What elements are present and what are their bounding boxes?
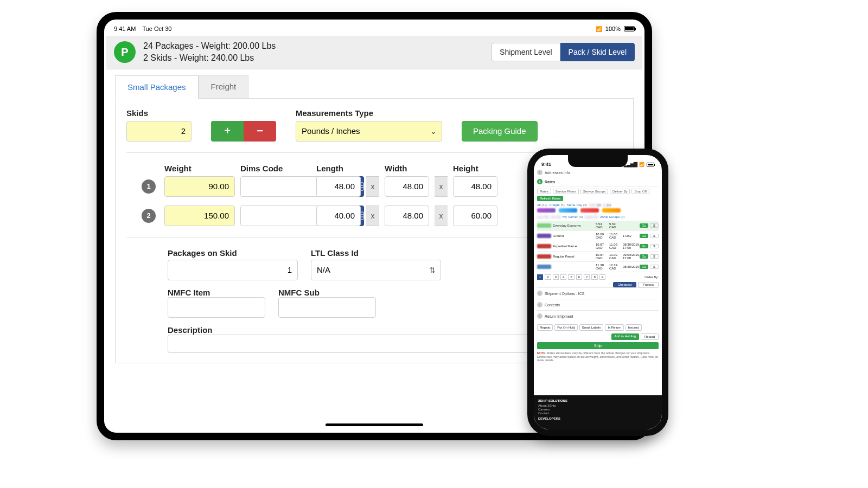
section-addresses[interactable]: iAddresses info <box>537 168 659 177</box>
rate-row[interactable]: Everyday Economy5.53 CAD5.53 CADGo$ <box>537 221 659 231</box>
weight-input[interactable] <box>164 176 235 197</box>
price-button[interactable]: $ <box>650 244 659 248</box>
nmfc-item-input[interactable] <box>168 297 265 318</box>
price-button[interactable]: $ <box>650 223 659 228</box>
go-button[interactable]: Go <box>640 234 648 238</box>
rate-tab[interactable]: Service Filters <box>553 189 579 194</box>
phone-time: 9:41 <box>541 162 551 167</box>
action-button[interactable]: Repeat <box>537 324 553 331</box>
carrier-logo[interactable] <box>537 208 556 213</box>
filter-chip[interactable]: All (42) <box>537 203 547 207</box>
tab-freight[interactable]: Freight <box>199 75 249 98</box>
eta: 09/03/2019 17:00 <box>623 253 638 260</box>
carrier-link[interactable]: xxx (2) <box>551 215 560 219</box>
rate-row[interactable]: Expedited Parcel10.87 CAD11.03 CAD08/30/… <box>537 241 659 252</box>
go-button[interactable]: Go <box>640 223 648 228</box>
rate-row[interactable]: Regular Parcel10.87 CAD11.03 CAD09/03/20… <box>537 252 659 262</box>
section-return-shipment[interactable]: ›Return Shipment <box>537 310 659 322</box>
level-toggle: Shipment Level Pack / Skid Level <box>492 43 635 61</box>
summary-line-2: 2 Skids - Weight: 240.00 Lbs <box>143 52 276 64</box>
skids-input[interactable] <box>126 121 192 142</box>
section-shipment-options[interactable]: ›Shipment Options - ICS <box>537 287 659 299</box>
page-button[interactable]: 6 <box>576 274 582 280</box>
ship-button[interactable]: Ship <box>537 342 659 349</box>
page-button[interactable]: 7 <box>584 274 590 280</box>
price-button[interactable]: $ <box>650 265 659 269</box>
go-button[interactable]: Go <box>640 265 648 269</box>
ltl-class-select[interactable] <box>311 260 441 280</box>
footer-link[interactable]: Careers <box>538 408 658 411</box>
order-fastest-button[interactable]: Fastest <box>638 282 659 287</box>
notch <box>568 155 628 167</box>
length-input[interactable] <box>316 206 361 226</box>
height-input[interactable] <box>453 206 497 226</box>
service-name: Ground <box>553 234 594 238</box>
price-2: 11.05 CAD <box>609 233 621 239</box>
carrier-logo <box>537 265 551 269</box>
packing-guide-button[interactable]: Packing Guide <box>462 121 538 142</box>
pack-skid-level-button[interactable]: Pack / Skid Level <box>560 43 635 61</box>
status-bar: 9:41 AM Tue Oct 30 100% <box>106 22 642 36</box>
skids-minus-button[interactable]: − <box>244 121 276 142</box>
shipment-level-button[interactable]: Shipment Level <box>492 43 560 61</box>
battery-percent: 100% <box>605 25 621 32</box>
go-button[interactable]: Go <box>640 254 648 259</box>
rate-tab[interactable]: Drop Off <box>631 189 649 194</box>
wifi-icon <box>596 25 602 32</box>
carrier-link[interactable]: 2Ship Europe (4) <box>600 215 624 219</box>
action-button[interactable]: Email Labels <box>579 324 603 331</box>
height-input[interactable] <box>453 176 497 197</box>
page-button[interactable]: 3 <box>553 274 559 280</box>
width-input[interactable] <box>385 206 429 226</box>
page-button[interactable]: 4 <box>560 274 566 280</box>
section-contents[interactable]: ›Contents <box>537 299 659 310</box>
rate-note: NOTE: Rates shown here may be different … <box>537 351 659 362</box>
rate-row[interactable]: Ground10.09 CAD11.05 CAD1 DayGo$ <box>537 231 659 241</box>
page-button[interactable]: 9 <box>599 274 605 280</box>
footer-dev-title: DEVELOPERS <box>538 417 658 420</box>
carrier-logo[interactable] <box>559 208 577 213</box>
action-button[interactable]: Insured <box>626 324 642 331</box>
filter-chip[interactable]: Freight (5) <box>550 203 565 207</box>
carrier-link[interactable]: My Carrier (4) <box>563 215 583 219</box>
tab-small-packages[interactable]: Small Packages <box>115 75 199 99</box>
weight-input[interactable] <box>164 206 235 226</box>
carrier-link[interactable]: xxxxx (7) <box>585 215 598 219</box>
measurements-type-select[interactable] <box>296 121 442 142</box>
iphone-screen: 9:41 iAddresses info $Rates Rates Servic… <box>534 155 662 429</box>
action-button[interactable]: Is Return <box>605 324 623 331</box>
refresh-rates-button[interactable]: Refresh Rates <box>537 196 563 201</box>
page-button[interactable]: 1 <box>537 274 543 280</box>
rate-row[interactable]: 11.38 CAD12.74 CAD08/30/2019Go$ <box>537 262 659 272</box>
footer-link[interactable]: Contact <box>538 412 658 415</box>
carrier-logo[interactable] <box>602 208 621 213</box>
packages-on-skid-input[interactable] <box>168 260 298 280</box>
filter-chip[interactable]: Same-Day (3) <box>567 203 587 207</box>
rate-tab[interactable]: Rates <box>537 189 551 194</box>
carrier-link[interactable]: xxxx (3) <box>537 215 548 219</box>
order-cheapest-button[interactable]: Cheapest <box>613 282 637 287</box>
action-button[interactable]: Put On Hold <box>554 324 578 331</box>
section-rates[interactable]: $Rates <box>537 177 659 187</box>
page-button[interactable]: 5 <box>568 274 574 280</box>
length-input[interactable] <box>316 176 361 197</box>
filter-chip[interactable]: xxxx (2) <box>589 203 601 207</box>
width-input[interactable] <box>385 176 429 197</box>
page-button[interactable]: 8 <box>591 274 597 280</box>
price-button[interactable]: $ <box>650 254 659 259</box>
footer-link[interactable]: About 2Ship <box>538 404 658 407</box>
skids-plus-button[interactable]: + <box>211 121 244 142</box>
avatar[interactable]: P <box>114 41 136 63</box>
filter-chip[interactable]: xx (1) <box>603 203 611 207</box>
add-to-holding-button[interactable]: Add to Holding <box>611 333 639 340</box>
price-button[interactable]: $ <box>650 234 659 238</box>
eta: 08/30/2019 <box>623 265 638 268</box>
go-button[interactable]: Go <box>640 244 648 248</box>
nmfc-sub-input[interactable] <box>278 297 376 318</box>
col-length: Length <box>316 164 361 173</box>
page-button[interactable]: 2 <box>545 274 551 280</box>
reload-button[interactable]: Reload <box>641 333 659 340</box>
rate-tab[interactable]: Service Groups <box>580 189 608 194</box>
rate-tab[interactable]: Deliver By <box>610 189 630 194</box>
carrier-logo[interactable] <box>580 208 599 213</box>
